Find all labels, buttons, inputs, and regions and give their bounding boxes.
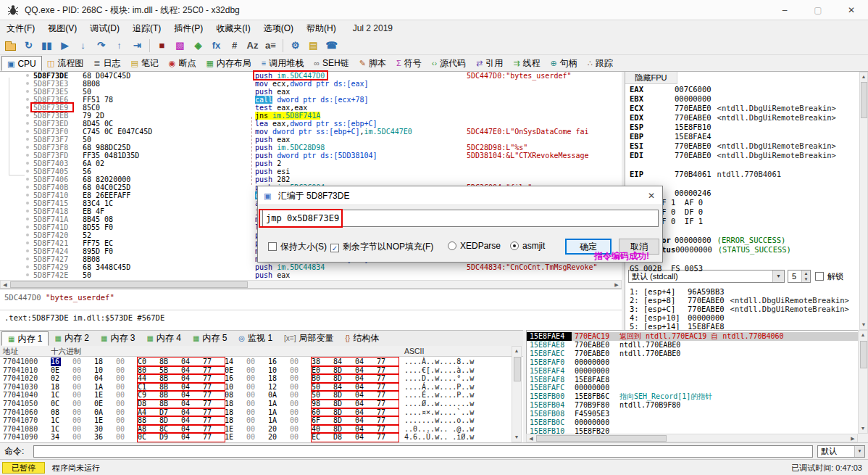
disasm-row[interactable]: 5D8F73EB79 2Djns im.5D8F741A — [0, 112, 622, 120]
asmjit-radio[interactable]: asmjit — [510, 241, 545, 251]
bottom-tab-struct[interactable]: {}结构体 — [340, 331, 385, 346]
arg-count-stepper[interactable]: 5 ▲▼ — [788, 270, 811, 283]
disasm-hscrollbar[interactable] — [0, 280, 622, 289]
dialog-close-icon[interactable]: ✕ — [648, 186, 655, 205]
stack-pane[interactable]: 15E8FAE4770EAC19返回到 ntdll.770EAC19 自 ntd… — [526, 330, 858, 434]
disasm-row[interactable]: 5D8F73ED8D45 0Clea eax,dword ptr ss:[ebp… — [0, 120, 622, 128]
scroll-down-icon[interactable] — [859, 424, 867, 433]
bottom-tab-mem4[interactable]: ▦内存 4 — [141, 331, 186, 346]
graph-button[interactable]: ◈ — [189, 38, 207, 54]
tab-symbols[interactable]: Σ符号 — [391, 56, 427, 71]
register-row[interactable]: EAX007C6000 — [630, 85, 711, 94]
stack-row[interactable]: 15E8FB04770B9F80ntdll.770B9F80 — [527, 401, 858, 410]
stack-hscrollbar[interactable] — [526, 434, 858, 442]
disasm-row[interactable]: 5D8F73E985C0test eax,eax — [0, 104, 622, 112]
stack-row[interactable]: 15E8FAE4770EAC19返回到 ntdll.770EAC19 自 ntd… — [527, 332, 858, 341]
dump-row[interactable]: 7704103018001A00C18B04771000120050840477… — [0, 383, 523, 392]
chevron-down-icon[interactable]: ▼ — [854, 446, 864, 457]
chevron-down-icon[interactable]: ▼ — [772, 270, 784, 282]
scroll-thumb[interactable] — [514, 357, 521, 381]
register-row[interactable]: GS 002B FS 0053 — [630, 264, 703, 273]
registers-vscrollbar[interactable] — [859, 72, 868, 330]
disasm-row[interactable]: 5D8F73E550push eax — [0, 88, 622, 96]
stack-row[interactable]: 15E8FAF815E8FAE8 — [527, 376, 858, 384]
disasm-row[interactable]: 5D8F73F0C745 0C E047C45Dmov dword ptr ss… — [0, 128, 622, 136]
dialog-title-bar[interactable]: ▣ 汇编于 5D8F73DE ✕ — [258, 186, 662, 205]
hide-fpu-button[interactable]: 隐藏FPU — [625, 72, 677, 84]
disasm-row[interactable]: 5D8F740556push esi — [0, 168, 622, 175]
register-row[interactable]: EDX770EABE0<ntdll.DbgUiRemoteBreakin> — [630, 113, 836, 123]
run-button[interactable]: ▶ — [56, 38, 74, 54]
scroll-up-icon[interactable] — [860, 73, 867, 81]
favourites-button[interactable]: ▤ — [304, 38, 322, 54]
stack-row[interactable]: 15E8FB0015E8FB6C指向SEH_Record[1]的指针 — [527, 392, 858, 401]
register-row[interactable]: ECX770EABE0<ntdll.DbgUiRemoteBreakin> — [630, 104, 836, 113]
dump-row[interactable]: 770410500C000E00D88B047718001A00988D0477… — [0, 400, 523, 408]
tab-references[interactable]: ⇄引用 — [471, 56, 508, 71]
disasm-row[interactable]: 5D8F73E6FF51 78call dword ptr ds:[ecx+78… — [0, 96, 622, 104]
close-button[interactable]: ✕ — [835, 0, 868, 20]
tab-graph[interactable]: ◫流程图 — [42, 56, 88, 71]
stack-row[interactable]: 15E8FAEC770EABE0ntdll.770EABE0 — [527, 350, 858, 358]
step-into-button[interactable]: ↓ — [74, 38, 92, 54]
command-input[interactable] — [33, 445, 813, 458]
tab-handles[interactable]: ⊕句柄 — [546, 56, 583, 71]
open-file-button[interactable] — [1, 38, 20, 54]
tab-trace[interactable]: ∴跟踪 — [583, 56, 618, 71]
stack-vscrollbar[interactable] — [858, 330, 868, 434]
disasm-row[interactable]: 5D8F73E38B08mov ecx,dword ptr ds:[eax] — [0, 80, 622, 88]
scroll-down-icon[interactable] — [512, 433, 521, 442]
tab-threads[interactable]: ⇉线程 — [508, 56, 545, 71]
bottom-tab-mem1[interactable]: ▦内存 1 — [1, 331, 49, 346]
dump-row[interactable]: 7704102002000400448B047716001800B08D0477… — [0, 374, 523, 383]
close-button[interactable]: ■ — [153, 38, 171, 54]
assemble-instruction-input[interactable] — [262, 210, 659, 227]
dump-row[interactable]: 770410801C003000A88C04771E002000408D0477… — [0, 425, 523, 434]
tab-notes[interactable]: ▤笔记 — [125, 56, 163, 71]
functions-button[interactable]: fx — [207, 38, 225, 54]
scroll-thumb[interactable] — [860, 341, 867, 368]
menu-item-4[interactable]: 追踪(T) — [126, 20, 167, 36]
dump-vscrollbar[interactable] — [512, 346, 522, 442]
dump-row[interactable]: 7704100016001800C08B04771400160038840477… — [0, 358, 523, 366]
disasm-row[interactable]: 5D8F740668 82020000push 282 — [0, 175, 622, 183]
disasm-row[interactable]: 5D8F74036A 02push 2 — [0, 160, 622, 168]
stack-row[interactable]: 15E8FB1015E8FB20 — [527, 427, 858, 434]
xedparse-radio[interactable]: XEDParse — [448, 241, 501, 251]
nop-fill-checkbox[interactable]: 剩余字节以NOP填充(F) — [330, 241, 433, 253]
stack-row[interactable]: 15E8FAF400000000 — [527, 367, 858, 376]
dump-row[interactable]: 7704106008000A00A4D7047718001A00608D0477… — [0, 408, 523, 417]
keep-size-checkbox[interactable]: 保持大小(S) — [268, 241, 327, 253]
dump-row[interactable]: 77041090340036000CD904771E002000ECD80477… — [0, 433, 523, 442]
stack-row[interactable]: 15E8FAFC00000000 — [527, 384, 858, 392]
scroll-up-icon[interactable] — [512, 347, 521, 355]
register-row[interactable]: EBP15E8FAE4 — [630, 132, 711, 141]
menu-item-7[interactable]: 选项(O) — [257, 20, 300, 36]
memory-dump-pane[interactable]: 地址 十六进制 ASCII 7704100016001800C08B047714… — [0, 346, 523, 442]
bottom-tab-watch1[interactable]: ◎监视 1 — [233, 331, 278, 346]
bottom-tab-locals[interactable]: [x=]局部变量 — [278, 331, 339, 346]
restart-button[interactable]: ↻ — [20, 38, 38, 54]
tab-seh[interactable]: ∞SEH链 — [309, 56, 354, 71]
tab-call-stack[interactable]: ≡调用堆栈 — [256, 56, 309, 71]
comment-button[interactable]: a≡ — [262, 38, 280, 54]
disasm-row[interactable]: 5D8F742968 3448C45Dpush im.5DC448345DC44… — [0, 263, 622, 271]
tab-script[interactable]: ✎脚本 — [354, 56, 391, 71]
menu-item-1[interactable]: 文件(F) — [0, 20, 41, 36]
tab-source[interactable]: ‹›源代码 — [427, 56, 471, 71]
register-row[interactable]: ESI770EABE0<ntdll.DbgUiRemoteBreakin> — [630, 141, 836, 151]
unlock-checkbox[interactable]: 解锁 — [815, 271, 843, 282]
bottom-tab-mem2[interactable]: ▦内存 2 — [49, 331, 94, 346]
scroll-thumb[interactable] — [861, 82, 867, 118]
step-out-button[interactable]: ↑ — [110, 38, 128, 54]
stack-row[interactable]: 15E8FB0C00000000 — [527, 418, 858, 427]
help-button[interactable]: ☎ — [322, 38, 341, 54]
bottom-tab-mem5[interactable]: ▦内存 5 — [187, 331, 233, 346]
register-row[interactable]: EBX00000000 — [630, 94, 711, 104]
settings-button[interactable]: ⚙ — [286, 38, 304, 54]
maximize-button[interactable]: ▢ — [801, 0, 835, 20]
stack-row[interactable]: 15E8FAE8770EABE0ntdll.770EABE0 — [527, 341, 858, 350]
assemble-button[interactable]: Az — [243, 38, 262, 54]
disasm-row[interactable]: 5D8F742E50push eax — [0, 271, 622, 279]
stack-row[interactable]: 15E8FB08F45905E3 — [527, 410, 858, 418]
